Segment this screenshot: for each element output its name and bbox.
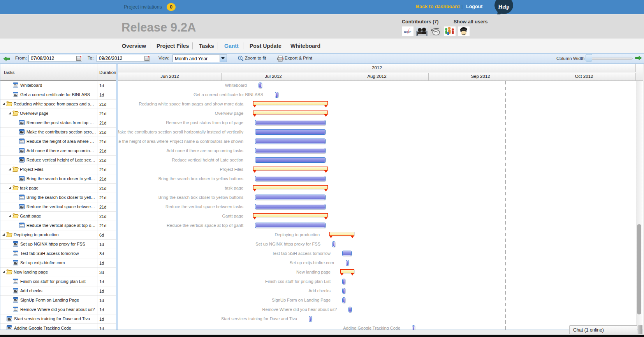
svg-text:BINF: BINF: [404, 30, 412, 33]
